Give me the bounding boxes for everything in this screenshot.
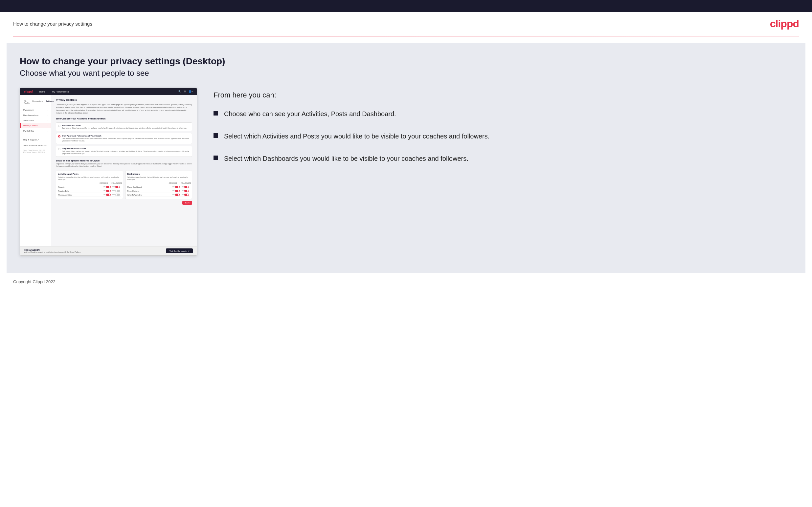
page-heading: How to change your privacy settings (Des… (20, 56, 792, 67)
toggle-rounds-coaches[interactable] (106, 186, 111, 188)
toggle-row-manual-activities: Manual Activities ON ON (58, 193, 121, 197)
toggle-group-player-followers[interactable]: ON (181, 186, 190, 188)
app-mock: clippd Home My Performance 🔍 ⊞ 👤▾ My Pro… (20, 88, 197, 255)
bullet-text-3: Select which Dashboards you would like t… (224, 154, 468, 163)
toggle-work-followers[interactable] (184, 193, 189, 196)
show-hide-section: Show or hide specific features in Clippd… (56, 160, 192, 207)
toggle-group-player-coaches[interactable]: ON (171, 186, 181, 188)
toggle-player-followers[interactable] (184, 186, 189, 188)
screenshot-container: clippd Home My Performance 🔍 ⊞ 👤▾ My Pro… (20, 88, 197, 256)
radio-everyone[interactable]: Everyone on Clippd Everyone on Clippd ca… (56, 122, 192, 131)
version-info: Clippd Client Version: 2022.8.2SQL Serve… (20, 148, 51, 155)
toggle-insights-followers[interactable] (184, 190, 189, 192)
toggle-row-round-insights: Round Insights ON ON (128, 189, 190, 193)
help-desc: Visit our Clippd community to troublesho… (24, 251, 81, 253)
toggle-label-rounds: Rounds (58, 186, 102, 188)
toggle-group-rounds-coaches[interactable]: ON (102, 186, 112, 188)
header-divider (13, 36, 799, 37)
toggle-drills-followers[interactable] (115, 190, 120, 192)
toggle-manual-coaches[interactable] (106, 193, 111, 196)
logo: clippd (770, 18, 799, 30)
toggle-player-coaches[interactable] (175, 186, 180, 188)
toggle-row-practice-drills: Practice Drills ON ON (58, 189, 121, 193)
toggle-row-rounds: Rounds ON ON (58, 185, 121, 189)
toggle-group-drills-followers[interactable]: ON (112, 190, 121, 192)
col-label-coaches-activities: COACHES (99, 182, 108, 184)
toggle-group-insights-followers[interactable]: ON (181, 190, 190, 192)
who-can-see-title: Who Can See Your Activities and Dashboar… (56, 117, 192, 120)
user-menu[interactable]: 👤▾ (189, 90, 193, 93)
radio-only-you-coach[interactable]: Only You and Your Coach Only you and the… (56, 146, 192, 157)
bullet-square-1 (213, 111, 218, 115)
header: How to change your privacy settings clip… (0, 12, 812, 36)
toggle-group-drills-coaches[interactable]: ON (102, 190, 112, 192)
col-label-followers-activities: FOLLOWERS (112, 182, 121, 184)
radio-dot-followers-coach (58, 135, 60, 137)
tab-connections[interactable]: Connections (31, 99, 44, 105)
top-bar (0, 0, 812, 12)
radio-dot-only-you (58, 148, 60, 150)
footer: Copyright Clippd 2022 (0, 273, 812, 291)
sidebar-item-subscription[interactable]: Subscription› (20, 118, 51, 123)
radio-followers-coach[interactable]: Only Approved Followers and Your Coach O… (56, 133, 192, 144)
toggle-label-player-dashboard: Player Dashboard (128, 186, 172, 188)
toggle-work-coaches[interactable] (175, 193, 180, 196)
radio-label-followers-coach: Only Approved Followers and Your Coach (62, 135, 190, 137)
toggle-label-round-insights: Round Insights (128, 190, 172, 192)
bullet-item-3: Select which Dashboards you would like t… (213, 154, 792, 163)
header-title: How to change your privacy settings (13, 21, 92, 26)
toggle-row-player-dashboard: Player Dashboard ON ON (128, 185, 190, 189)
sidebar-item-privacy-controls[interactable]: Privacy Controls› (20, 123, 51, 128)
save-row: Save (56, 199, 192, 207)
toggle-group-work-followers[interactable]: ON (181, 193, 190, 196)
bullet-square-3 (213, 156, 218, 160)
copyright: Copyright Clippd 2022 (13, 279, 55, 284)
toggle-group-manual-coaches[interactable]: ON (102, 193, 112, 196)
privacy-controls-desc: Control how you and your data appears to… (56, 103, 192, 114)
toggle-rounds-followers[interactable] (115, 186, 120, 188)
search-icon[interactable]: 🔍 (179, 90, 181, 93)
toggle-group-work-coaches[interactable]: ON (171, 193, 181, 196)
toggle-label-manual: Manual Activities (58, 194, 102, 196)
toggle-insights-coaches[interactable] (175, 190, 180, 192)
bullet-item-2: Select which Activities and Posts you wo… (213, 131, 792, 141)
toggle-manual-followers[interactable] (115, 193, 120, 196)
app-main-panel: Privacy Controls Control how you and you… (51, 95, 197, 246)
content-layout: clippd Home My Performance 🔍 ⊞ 👤▾ My Pro… (20, 88, 792, 256)
toggle-group-insights-coaches[interactable]: ON (171, 190, 181, 192)
bullet-text-2: Select which Activities and Posts you wo… (224, 131, 490, 141)
sidebar-item-data-integrations[interactable]: Data Integrations› (20, 113, 51, 118)
visit-community-button[interactable]: Visit Our Community ↗ (166, 248, 193, 253)
grid-icon[interactable]: ⊞ (184, 90, 186, 93)
toggle-row-what-to-work-on: What To Work On ON ON (128, 193, 190, 197)
tab-my-profile[interactable]: My Profile (23, 99, 31, 105)
toggle-header-row-activities: COACHES FOLLOWERS (58, 182, 121, 184)
sidebar-item-help-support[interactable]: Help & Support ↗ (20, 137, 51, 143)
sidebar-item-my-account[interactable]: My Account› (20, 107, 51, 113)
app-help-bar: Help & Support Visit our Clippd communit… (20, 246, 197, 255)
toggle-label-practice-drills: Practice Drills (58, 190, 102, 192)
app-nav-home[interactable]: Home (39, 91, 46, 93)
sidebar-item-my-golf-bag[interactable]: My Golf Bag› (20, 128, 51, 133)
radio-label-everyone: Everyone on Clippd (62, 124, 187, 126)
save-button[interactable]: Save (182, 201, 192, 205)
toggle-header-row-dashboards: COACHES FOLLOWERS (128, 182, 190, 184)
toggle-label-what-to-work: What To Work On (128, 194, 172, 196)
toggle-drills-coaches[interactable] (106, 190, 111, 192)
app-nav: clippd Home My Performance 🔍 ⊞ 👤▾ (20, 88, 197, 95)
dashboards-desc: Select the types of activity that you'd … (128, 176, 190, 180)
dashboards-title: Dashboards (128, 173, 190, 175)
app-body: My Profile Connections Settings My Accou… (20, 95, 197, 246)
toggle-group-manual-followers[interactable]: ON (112, 193, 121, 196)
bullet-list: Choose who can see your Activities, Post… (213, 109, 792, 163)
radio-label-only-you: Only You and Your Coach (62, 148, 190, 150)
activities-posts-panel: Activities and Posts Select the types of… (56, 171, 123, 199)
app-nav-logo: clippd (24, 90, 33, 93)
main-content: How to change your privacy settings (Des… (7, 43, 805, 273)
show-hide-title: Show or hide specific features in Clippd (56, 160, 192, 162)
toggle-group-rounds-followers[interactable]: ON (112, 186, 121, 188)
sidebar-item-service-privacy[interactable]: Service & Privacy Policy ↗ (20, 143, 51, 148)
bullet-item-1: Choose who can see your Activities, Post… (213, 109, 792, 118)
app-nav-performance[interactable]: My Performance (52, 91, 69, 93)
toggles-section: Activities and Posts Select the types of… (56, 171, 192, 199)
